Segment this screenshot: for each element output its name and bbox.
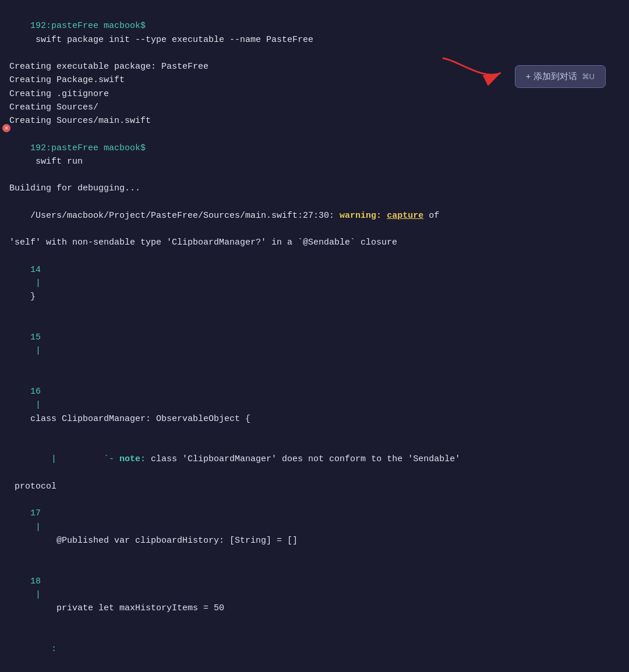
arrow-icon bbox=[437, 52, 507, 87]
terminal: 192:pasteFree macbook$ swift package ini… bbox=[0, 0, 629, 672]
add-to-chat-label: + 添加到对话 bbox=[526, 71, 577, 82]
terminal-line: 25 | Timer.scheduledTimer(withTimeInterv… bbox=[9, 669, 620, 672]
terminal-line: 15 | bbox=[9, 317, 620, 372]
terminal-line: Creating Sources/ bbox=[9, 101, 620, 114]
terminal-line: 192:pasteFree macbook$ swift package ini… bbox=[9, 6, 620, 60]
terminal-line: 'self' with non-sendable type 'Clipboard… bbox=[9, 236, 620, 249]
add-to-chat-button[interactable]: + 添加到对话 ⌘U bbox=[515, 65, 606, 88]
terminal-line: 14 | } bbox=[9, 250, 620, 317]
keyboard-shortcut: ⌘U bbox=[582, 72, 595, 81]
terminal-line: 17 | @Published var clipboardHistory: [S… bbox=[9, 493, 620, 561]
terminal-line: Building for debugging... bbox=[9, 182, 620, 195]
arrow-annotation bbox=[437, 52, 507, 90]
error-indicator: ✕ bbox=[2, 123, 12, 133]
terminal-line: Creating Sources/main.swift bbox=[9, 114, 620, 128]
terminal-line: Creating .gitignore bbox=[9, 87, 620, 101]
terminal-line: | `- note: class 'ClipboardManager' does… bbox=[9, 439, 620, 480]
terminal-line: : bbox=[9, 629, 620, 670]
terminal-line: 192:pasteFree macbook$ swift run bbox=[9, 128, 620, 182]
terminal-line: /Users/macbook/Project/PasteFree/Sources… bbox=[9, 196, 620, 236]
terminal-line: 16 | class ClipboardManager: ObservableO… bbox=[9, 372, 620, 439]
error-circle-icon: ✕ bbox=[2, 124, 10, 132]
terminal-line: protocol bbox=[9, 480, 620, 493]
terminal-line: 18 | private let maxHistoryItems = 50 bbox=[9, 561, 620, 628]
